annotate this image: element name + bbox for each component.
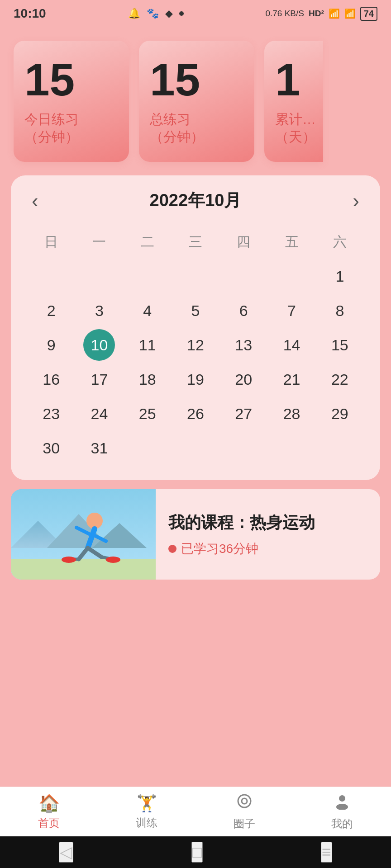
cal-day-18[interactable]: 18 xyxy=(132,363,163,395)
paw-icon: 🐾 xyxy=(147,8,159,19)
battery-indicator: 74 xyxy=(360,7,377,21)
calendar-weekdays: 日 一 二 三 四 五 六 xyxy=(27,228,364,256)
cal-day-21[interactable]: 21 xyxy=(276,363,308,395)
cal-day-16[interactable]: 16 xyxy=(35,363,67,395)
weekday-mon: 一 xyxy=(75,228,123,256)
weekday-thu: 四 xyxy=(219,228,267,256)
cal-day-11[interactable]: 11 xyxy=(132,329,163,361)
cal-day-14[interactable]: 14 xyxy=(276,329,308,361)
course-title: 我的课程：热身运动 xyxy=(168,511,367,534)
cumulative-label: 累计… （天） xyxy=(275,110,316,146)
nav-item-training[interactable]: 🏋 训练 xyxy=(98,794,196,830)
sys-home-button[interactable]: □ xyxy=(191,842,203,863)
cal-day-7[interactable]: 7 xyxy=(276,295,308,326)
cal-day-10[interactable]: 10 xyxy=(83,329,115,361)
cal-day-6[interactable]: 6 xyxy=(228,295,259,326)
stat-card-total[interactable]: 15 总练习 （分钟） xyxy=(139,41,254,162)
cal-day-17[interactable]: 17 xyxy=(83,363,115,395)
cumulative-number: 1 xyxy=(275,57,300,102)
hd-icon: HD² xyxy=(309,9,324,19)
course-card[interactable]: 我的课程：热身运动 已学习36分钟 xyxy=(11,489,380,580)
nav-label-training: 训练 xyxy=(136,816,157,830)
cal-day-20[interactable]: 20 xyxy=(228,363,259,395)
weekday-sat: 六 xyxy=(316,228,364,256)
cal-day-19[interactable]: 19 xyxy=(180,363,211,395)
calendar-next-button[interactable]: › xyxy=(348,191,364,211)
network-speed: 0.76 KB/S xyxy=(265,9,304,19)
cal-day-24[interactable]: 24 xyxy=(83,398,115,429)
cal-day-9[interactable]: 9 xyxy=(35,329,67,361)
course-image xyxy=(11,489,156,580)
nav-item-circle[interactable]: 圈子 xyxy=(196,793,293,831)
cal-day-22[interactable]: 22 xyxy=(324,363,356,395)
status-time: 10:10 xyxy=(14,6,46,21)
cal-day-15[interactable]: 15 xyxy=(324,329,356,361)
cal-day-3[interactable]: 3 xyxy=(83,295,115,326)
svg-point-18 xyxy=(336,804,348,810)
cal-day-29[interactable]: 29 xyxy=(324,398,356,429)
svg-rect-4 xyxy=(11,559,156,580)
weekday-wed: 三 xyxy=(172,228,219,256)
cal-day-4[interactable]: 4 xyxy=(132,295,163,326)
cal-day-26[interactable]: 26 xyxy=(180,398,211,429)
weekday-sun: 日 xyxy=(27,228,75,256)
calendar-section: ‹ 2022年10月 › 日 一 二 三 四 五 六 1 2 3 4 5 6 7… xyxy=(11,175,380,480)
nav-item-home[interactable]: 🏠 首页 xyxy=(0,793,98,830)
system-nav-bar: ◁ □ ≡ xyxy=(0,836,391,868)
cal-day-27[interactable]: 27 xyxy=(228,398,259,429)
course-progress-text: 已学习36分钟 xyxy=(181,540,258,557)
course-info: 我的课程：热身运动 已学习36分钟 xyxy=(156,489,380,580)
nav-label-home: 首页 xyxy=(38,816,60,830)
app-icon: ◆ xyxy=(165,8,173,19)
today-minutes-label: 今日练习 （分钟） xyxy=(24,110,79,146)
bottom-nav: 🏠 首页 🏋 训练 圈子 我的 xyxy=(0,787,391,836)
nav-label-mine: 我的 xyxy=(331,816,353,831)
weekday-tue: 二 xyxy=(124,228,172,256)
progress-dot-icon xyxy=(168,545,176,553)
cal-day-1[interactable]: 1 xyxy=(324,260,356,292)
signal-4g-icon: 📶 xyxy=(329,8,340,19)
nav-item-mine[interactable]: 我的 xyxy=(293,793,391,831)
notification-bell-icon: 🔔 xyxy=(128,8,140,19)
svg-point-14 xyxy=(106,557,120,563)
sys-recent-button[interactable]: ≡ xyxy=(321,842,332,863)
dot-icon xyxy=(179,11,184,16)
calendar-grid: 1 2 3 4 5 6 7 8 9 10 11 12 13 14 15 16 1… xyxy=(27,260,364,464)
cal-day-25[interactable]: 25 xyxy=(132,398,163,429)
cal-day-28[interactable]: 28 xyxy=(276,398,308,429)
profile-icon xyxy=(334,793,351,814)
signal-4g2-icon: 📶 xyxy=(344,8,356,19)
cal-day-2[interactable]: 2 xyxy=(35,295,67,326)
calendar-prev-button[interactable]: ‹ xyxy=(27,191,43,211)
cal-day-12[interactable]: 12 xyxy=(180,329,211,361)
stat-card-cumulative[interactable]: 1 累计… （天） xyxy=(264,41,323,162)
sys-back-button[interactable]: ◁ xyxy=(59,842,73,863)
runner-illustration xyxy=(11,489,156,580)
cal-day-31[interactable]: 31 xyxy=(83,432,115,464)
svg-point-17 xyxy=(339,795,345,802)
nav-label-circle: 圈子 xyxy=(234,816,255,831)
calendar-title: 2022年10月 xyxy=(150,189,242,212)
total-minutes-number: 15 xyxy=(150,57,200,102)
status-right-icons: 0.76 KB/S HD² 📶 📶 74 xyxy=(265,7,377,21)
today-minutes-number: 15 xyxy=(24,57,75,102)
stats-row: 15 今日练习 （分钟） 15 总练习 （分钟） 1 累计… （天） xyxy=(0,27,391,171)
circle-icon xyxy=(236,793,253,814)
svg-point-15 xyxy=(238,795,251,807)
course-section: 我的课程：热身运动 已学习36分钟 xyxy=(11,489,380,580)
cal-day-5[interactable]: 5 xyxy=(180,295,211,326)
cal-day-23[interactable]: 23 xyxy=(35,398,67,429)
status-notification-icons: 🔔 🐾 ◆ xyxy=(128,8,184,19)
calendar-header: ‹ 2022年10月 › xyxy=(27,189,364,212)
training-icon: 🏋 xyxy=(137,794,157,813)
svg-point-13 xyxy=(62,557,76,563)
cal-day-30[interactable]: 30 xyxy=(35,432,67,464)
home-icon: 🏠 xyxy=(38,793,60,813)
weekday-fri: 五 xyxy=(267,228,315,256)
cal-day-13[interactable]: 13 xyxy=(228,329,259,361)
stat-card-today[interactable]: 15 今日练习 （分钟） xyxy=(14,41,129,162)
cal-day-8[interactable]: 8 xyxy=(324,295,356,326)
course-progress: 已学习36分钟 xyxy=(168,540,367,557)
status-bar: 10:10 🔔 🐾 ◆ 0.76 KB/S HD² 📶 📶 74 xyxy=(0,0,391,27)
total-minutes-label: 总练习 （分钟） xyxy=(150,110,204,146)
